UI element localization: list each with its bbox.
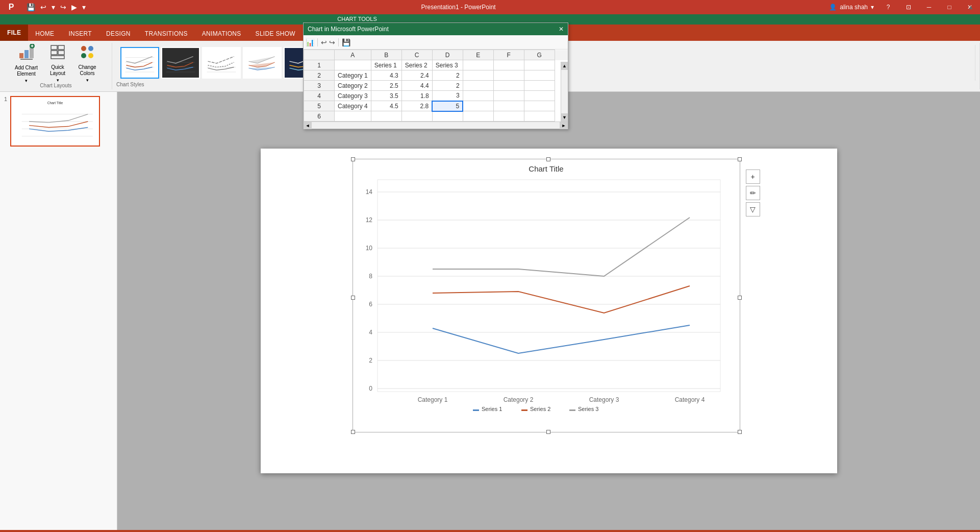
chart-style-2[interactable] (161, 47, 200, 79)
cell-a2[interactable]: Category 1 (335, 70, 371, 81)
ss-edit-in-excel-button[interactable]: 📊 (306, 38, 314, 46)
cell-e1[interactable] (463, 60, 493, 70)
cell-d5[interactable]: 5 (432, 101, 463, 111)
spreadsheet-close-button[interactable]: ✕ (559, 26, 564, 33)
cell-d3[interactable]: 2 (432, 81, 463, 91)
slide[interactable]: Chart Title 14 12 10 8 6 4 2 0 (261, 149, 837, 473)
add-chart-elements-button[interactable]: + (746, 170, 760, 184)
cell-b3[interactable]: 2.5 (371, 81, 401, 91)
start-presentation-button[interactable]: ▶ (69, 2, 79, 12)
cell-a6[interactable] (335, 111, 371, 122)
ss-redo-button[interactable]: ↪ (329, 38, 335, 46)
cell-e5[interactable] (463, 101, 493, 111)
cell-b1[interactable]: Series 1 (371, 60, 401, 70)
chart-layouts-buttons: Add ChartElement ▾ QuickLayout ▾ (12, 45, 100, 82)
cell-g1[interactable] (524, 60, 555, 70)
redo-button[interactable]: ↪ (58, 2, 68, 12)
cell-c3[interactable]: 4.4 (401, 81, 432, 91)
scroll-up-button[interactable]: ▲ (561, 62, 568, 70)
add-chart-element-dropdown[interactable]: ▾ (25, 78, 28, 83)
scroll-left-button[interactable]: ◄ (304, 122, 312, 129)
ss-undo-button[interactable]: ↩ (321, 38, 327, 46)
chart-filters-button[interactable]: ▽ (746, 202, 760, 216)
cell-a4[interactable]: Category 3 (335, 91, 371, 101)
tab-home[interactable]: HOME (28, 27, 61, 41)
cell-f3[interactable] (493, 81, 524, 91)
col-header-a[interactable]: A (335, 50, 371, 60)
cell-b6[interactable] (371, 111, 401, 122)
undo-more-button[interactable]: ▾ (49, 2, 57, 12)
change-colors-dropdown[interactable]: ▾ (86, 78, 89, 83)
cell-e2[interactable] (463, 70, 493, 81)
chart-container[interactable]: Chart Title 14 12 10 8 6 4 2 0 (353, 159, 740, 432)
cell-a5[interactable]: Category 4 (335, 101, 371, 111)
svg-rect-10 (58, 51, 64, 55)
col-header-f[interactable]: F (493, 50, 524, 60)
cell-b4[interactable]: 3.5 (371, 91, 401, 101)
scroll-down-button[interactable]: ▼ (561, 113, 568, 122)
cell-g5[interactable] (524, 101, 555, 111)
chart-styles-button[interactable]: ✏ (746, 186, 760, 200)
cell-c5[interactable]: 2.8 (401, 101, 432, 111)
cell-d2[interactable]: 2 (432, 70, 463, 81)
slide-thumbnail[interactable]: Chart Title (10, 96, 100, 147)
cell-a3[interactable]: Category 2 (335, 81, 371, 91)
quick-layout-button[interactable]: QuickLayout ▾ (45, 45, 70, 82)
cell-f4[interactable] (493, 91, 524, 101)
ribbon-collapse-button[interactable]: ▲ (966, 2, 976, 12)
chart-style-4[interactable] (243, 47, 282, 79)
chart-style-1[interactable] (120, 47, 159, 79)
svg-point-14 (81, 53, 86, 58)
undo-button[interactable]: ↩ (38, 2, 48, 12)
ss-save-button[interactable]: 💾 (342, 38, 350, 46)
cell-g3[interactable] (524, 81, 555, 91)
cell-g2[interactable] (524, 70, 555, 81)
tab-transitions[interactable]: TRANSITIONS (138, 27, 195, 41)
cell-b5[interactable]: 4.5 (371, 101, 401, 111)
save-button[interactable]: 💾 (24, 2, 37, 12)
cell-a1[interactable] (335, 60, 371, 70)
horizontal-scrollbar[interactable]: ◄ ► (304, 122, 568, 129)
cell-e6[interactable] (463, 111, 493, 122)
tab-insert[interactable]: INSERT (61, 27, 99, 41)
add-chart-element-button[interactable]: Add ChartElement ▾ (12, 45, 41, 82)
cell-c6[interactable] (401, 111, 432, 122)
cell-d1[interactable]: Series 3 (432, 60, 463, 70)
col-header-b[interactable]: B (371, 50, 401, 60)
minimize-button[interactable]: ─ (919, 0, 939, 14)
cell-e3[interactable] (463, 81, 493, 91)
user-dropdown-icon[interactable]: ▾ (871, 4, 874, 11)
col-header-d[interactable]: D (432, 50, 463, 60)
cell-f6[interactable] (493, 111, 524, 122)
chart-style-3[interactable] (202, 47, 241, 79)
cell-d4[interactable]: 3 (432, 91, 463, 101)
restore-button[interactable]: □ (939, 0, 960, 14)
svg-rect-8 (58, 45, 64, 50)
cell-e4[interactable] (463, 91, 493, 101)
cell-g6[interactable] (524, 111, 555, 122)
tab-animations[interactable]: ANIMATIONS (195, 27, 248, 41)
cell-b2[interactable]: 4.3 (371, 70, 401, 81)
col-header-g[interactable]: G (524, 50, 555, 60)
ribbon-options-icon[interactable]: ⊡ (898, 0, 919, 14)
cell-g4[interactable] (524, 91, 555, 101)
tab-file[interactable]: FILE (0, 25, 28, 41)
vertical-scrollbar[interactable]: ▲ ▼ (561, 62, 568, 122)
cell-f1[interactable] (493, 60, 524, 70)
cell-f5[interactable] (493, 101, 524, 111)
cell-c2[interactable]: 2.4 (401, 70, 432, 81)
cell-c4[interactable]: 1.8 (401, 91, 432, 101)
cell-c1[interactable]: Series 2 (401, 60, 432, 70)
change-colors-button[interactable]: ChangeColors ▾ (74, 45, 100, 82)
tab-design[interactable]: DESIGN (99, 27, 138, 41)
help-icon[interactable]: ? (878, 0, 898, 14)
scroll-placeholder (555, 50, 568, 60)
chart-title[interactable]: Chart Title (353, 159, 740, 173)
qa-more-button[interactable]: ▾ (80, 2, 88, 12)
col-header-e[interactable]: E (463, 50, 493, 60)
cell-d6[interactable] (432, 111, 463, 122)
tab-slideshow[interactable]: SLIDE SHOW (248, 27, 303, 41)
col-header-c[interactable]: C (401, 50, 432, 60)
cell-f2[interactable] (493, 70, 524, 81)
scroll-right-button[interactable]: ► (560, 122, 568, 129)
